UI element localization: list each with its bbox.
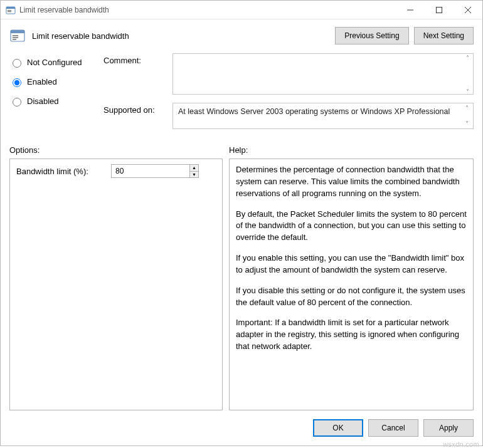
help-paragraph: By default, the Packet Scheduler limits …	[236, 209, 467, 244]
next-setting-button[interactable]: Next Setting	[414, 27, 474, 44]
comment-label: Comment:	[104, 53, 172, 65]
help-paragraph: Determines the percentage of connection …	[236, 164, 467, 200]
radio-not-configured-label: Not Configured	[27, 58, 82, 67]
maximize-button[interactable]	[425, 1, 454, 19]
config-area: Not Configured Enabled Disabled Comment:…	[1, 53, 482, 143]
radio-enabled-label: Enabled	[27, 77, 57, 86]
state-radio-group: Not Configured Enabled Disabled	[9, 53, 104, 107]
panes: Bandwidth limit (%): ▲ ▼ Determines the …	[1, 159, 482, 410]
help-label: Help:	[229, 145, 474, 155]
radio-disabled-label: Disabled	[27, 96, 59, 106]
watermark: wsxdn.com	[443, 440, 479, 448]
radio-enabled[interactable]: Enabled	[9, 76, 104, 87]
policy-dialog: Limit reservable bandwidth	[0, 0, 483, 446]
svg-rect-5	[437, 7, 442, 13]
supported-on-label: Supported on:	[104, 103, 172, 115]
radio-disabled-input[interactable]	[13, 98, 21, 107]
cancel-button[interactable]: Cancel	[368, 419, 418, 437]
svg-rect-12	[13, 39, 16, 40]
previous-setting-button[interactable]: Previous Setting	[335, 27, 408, 44]
header: Limit reservable bandwidth Previous Sett…	[1, 19, 482, 53]
radio-enabled-input[interactable]	[13, 78, 21, 87]
spinner-down-button[interactable]: ▼	[190, 171, 198, 178]
supported-on-text: At least Windows Server 2003 operating s…	[178, 107, 450, 116]
radio-not-configured-input[interactable]	[13, 59, 21, 68]
help-paragraph: Important: If a bandwidth limit is set f…	[236, 317, 467, 353]
policy-icon	[9, 28, 26, 44]
scroll-down-icon: ˅	[463, 120, 470, 127]
scroll-down-icon: ˅	[464, 88, 471, 95]
comment-textarea[interactable]	[172, 53, 474, 95]
supported-on-box: At least Windows Server 2003 operating s…	[172, 103, 474, 129]
scroll-up-icon: ˄	[463, 105, 470, 112]
bandwidth-limit-row: Bandwidth limit (%): ▲ ▼	[16, 164, 216, 178]
svg-rect-10	[13, 35, 18, 36]
window-title: Limit reservable bandwidth	[19, 6, 396, 14]
svg-rect-9	[11, 30, 24, 33]
minimize-button[interactable]	[396, 1, 425, 19]
radio-not-configured[interactable]: Not Configured	[9, 57, 104, 68]
options-label: Options:	[9, 145, 229, 155]
help-paragraph: If you enable this setting, you can use …	[236, 253, 467, 276]
apply-button[interactable]: Apply	[423, 419, 474, 437]
svg-rect-1	[6, 7, 15, 9]
bandwidth-limit-spinner: ▲ ▼	[111, 164, 199, 178]
window-controls	[396, 1, 482, 19]
footer: OK Cancel Apply	[1, 410, 482, 445]
close-button[interactable]	[454, 1, 482, 19]
radio-disabled[interactable]: Disabled	[9, 96, 104, 107]
bandwidth-limit-label: Bandwidth limit (%):	[16, 167, 107, 176]
help-paragraph: If you disable this setting or do not co…	[236, 285, 467, 309]
svg-rect-11	[13, 37, 18, 38]
titlebar: Limit reservable bandwidth	[1, 1, 482, 19]
app-icon	[6, 5, 16, 15]
help-pane: Determines the percentage of connection …	[229, 159, 474, 410]
policy-title: Limit reservable bandwidth	[32, 31, 335, 41]
scroll-up-icon: ˄	[464, 55, 471, 61]
spinner-up-button[interactable]: ▲	[190, 165, 198, 171]
ok-button[interactable]: OK	[313, 419, 363, 437]
svg-rect-3	[8, 11, 11, 12]
svg-rect-2	[8, 10, 11, 11]
bandwidth-limit-input[interactable]	[112, 165, 189, 177]
section-labels: Options: Help:	[1, 143, 482, 159]
options-pane: Bandwidth limit (%): ▲ ▼	[9, 159, 223, 410]
